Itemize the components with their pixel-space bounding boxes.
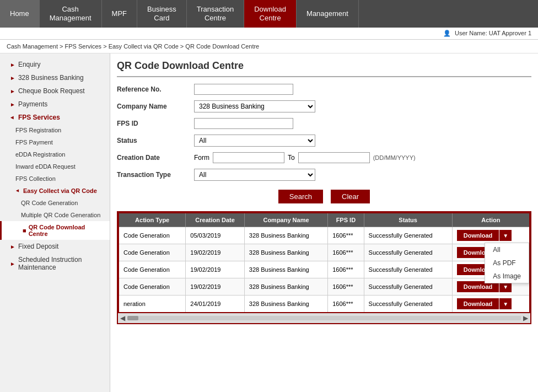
sidebar-item-fps-collection[interactable]: FPS Collection [0,173,110,185]
dropdown-option-all[interactable]: All [485,243,529,256]
fps-id-row: FPS ID [117,118,531,129]
col-action: Action [452,213,530,227]
main-content: QR Code Download Centre Reference No. Co… [110,53,538,392]
download-button[interactable]: Download [457,230,499,241]
sidebar-item-fixed-deposit[interactable]: ► Fixed Deposit [0,240,110,253]
table-scroll-area[interactable]: Action Type Creation Date Company Name F… [118,212,530,313]
cell-status: Successfully Generated [364,244,452,261]
reference-no-label: Reference No. [117,85,194,93]
user-name: User Name: UAT Approver 1 [455,30,531,36]
sidebar-label: FPS Collection [15,175,56,182]
sidebar-label: Fixed Deposit [18,243,58,250]
reference-no-row: Reference No. [117,84,531,95]
table-row: Code Generation 19/02/2019 328 Business … [119,278,530,296]
download-btn-group: Download ▼ [457,230,525,241]
sidebar-item-fps-services[interactable]: ▼ FPS Services [0,111,110,124]
col-company-name: Company Name [244,213,327,227]
sidebar-item-qr-generation[interactable]: QR Code Generation [0,197,110,209]
results-table: Action Type Creation Date Company Name F… [118,212,530,313]
page-title: QR Code Download Centre [117,60,531,77]
cell-fps-id: 1606*** [328,296,364,313]
cell-company-name: 328 Business Banking [244,244,327,261]
cell-action-type: Code Generation [119,261,186,278]
nav-cash-management[interactable]: CashManagement [40,0,102,28]
search-form: Reference No. Company Name 328 Business … [117,84,531,181]
sidebar-item-inward-edda[interactable]: Inward eDDA Request [0,160,110,173]
download-arrow-button[interactable]: ▼ [499,298,512,309]
cell-action-type: Code Generation [119,244,186,261]
sidebar-item-payments[interactable]: ► Payments [0,98,110,111]
fps-id-label: FPS ID [117,120,194,127]
cell-creation-date: 05/03/2019 [186,227,244,244]
arrow-icon: ► [10,261,15,267]
transaction-type-select[interactable]: All [194,169,315,181]
nav-transaction-centre[interactable]: TransactionCentre [187,0,244,28]
sidebar-label: Payments [18,100,47,108]
table-scrollbar[interactable]: ◀ ▶ [118,313,530,323]
sidebar-item-cheque[interactable]: ► Cheque Book Request [0,84,110,98]
nav-management[interactable]: Management [297,0,359,28]
creation-date-row: Creation Date Form To (DD/MM/YYYY) [117,152,531,163]
from-label: Form [194,154,209,162]
sidebar-item-qr-download-centre[interactable]: ■ QR Code Download Centre [0,221,110,240]
sidebar-item-multiple-qr[interactable]: Multiple QR Code Generation [0,209,110,221]
clear-button[interactable]: Clear [331,190,370,203]
cell-action-type: Code Generation [119,227,186,244]
status-label: Status [117,137,194,144]
scroll-right-icon[interactable]: ▶ [523,314,528,322]
col-status: Status [364,213,452,227]
nav-mpf[interactable]: MPF [102,0,137,28]
download-button[interactable]: Download [457,298,499,309]
nav-download-centre[interactable]: DownloadCentre [244,0,297,28]
sidebar-item-fps-payment[interactable]: FPS Payment [0,136,110,148]
cell-company-name: 328 Business Banking [244,296,327,313]
top-navigation: Home CashManagement MPF BusinessCard Tra… [0,0,538,28]
download-arrow-button[interactable]: ▼ [499,230,512,241]
date-to-input[interactable] [298,152,370,163]
nav-business-card[interactable]: BusinessCard [137,0,187,28]
dropdown-option-pdf[interactable]: As PDF [485,256,529,270]
sidebar-item-scheduled-instruction[interactable]: ► Scheduled Instruction Maintenance [0,253,110,274]
scroll-left-icon[interactable]: ◀ [120,314,125,322]
cell-action-type: Code Generation [119,278,186,296]
cell-company-name: 328 Business Banking [244,261,327,278]
status-row: Status All [117,135,531,147]
col-creation-date: Creation Date [186,213,244,227]
arrow-icon: ► [10,88,15,94]
reference-no-input[interactable] [194,84,293,95]
arrow-down-icon: ▼ [9,115,15,120]
sidebar-item-easy-collect[interactable]: ▼ Easy Collect via QR Code [0,185,110,197]
cell-action: Download ▼ [452,296,530,313]
nav-home[interactable]: Home [0,0,40,28]
dropdown-option-image[interactable]: As Image [485,270,529,283]
table-row: Code Generation 05/03/2019 328 Business … [119,227,530,244]
fps-id-input[interactable] [194,118,293,129]
search-button[interactable]: Search [278,190,323,203]
cell-company-name: 328 Business Banking [244,227,327,244]
sidebar-label: QR Code Download Centre [29,224,104,237]
date-range: Form To (DD/MM/YYYY) [194,152,416,163]
arrow-icon: ► [10,244,15,250]
company-name-label: Company Name [117,103,194,110]
sidebar-item-enquiry[interactable]: ► Enquiry [0,58,110,71]
results-table-container: Action Type Creation Date Company Name F… [117,211,531,324]
date-from-input[interactable] [213,152,284,163]
sidebar-item-edda-registration[interactable]: eDDA Registration [0,148,110,160]
status-select[interactable]: All [194,135,315,147]
sidebar-label: FPS Registration [15,127,61,133]
arrow-icon: ► [10,62,15,68]
cell-fps-id: 1606*** [328,227,364,244]
sidebar-label: Scheduled Instruction Maintenance [18,256,104,271]
company-name-select[interactable]: 328 Business Banking [194,100,315,112]
sidebar-item-fps-registration[interactable]: FPS Registration [0,124,110,136]
sidebar-label: FPS Payment [15,139,53,146]
download-dropdown: All As PDF As Image [485,243,529,283]
sidebar-item-328bb[interactable]: ► 328 Business Banking [0,71,110,84]
arrow-icon: ► [10,101,15,108]
cell-creation-date: 19/02/2019 [186,278,244,296]
table-row: Code Generation 19/02/2019 328 Business … [119,261,530,278]
cell-fps-id: 1606*** [328,278,364,296]
cell-creation-date: 19/02/2019 [186,244,244,261]
app-layout: ► Enquiry ► 328 Business Banking ► Chequ… [0,53,538,392]
arrow-icon: ► [10,75,15,81]
